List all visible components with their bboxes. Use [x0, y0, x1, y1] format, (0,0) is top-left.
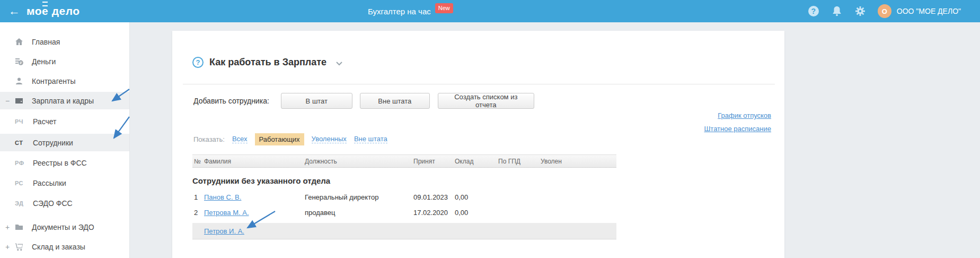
- sidebar-subitem-employees[interactable]: СТ Сотрудники: [0, 134, 129, 151]
- col-fired: Уволен: [541, 158, 616, 165]
- subitem-prefix: ЭД: [15, 200, 33, 207]
- money-icon: ₽: [15, 57, 23, 66]
- content-panel: ? Как работать в Зарплате Добавить сотру…: [172, 31, 784, 258]
- sidebar-item-money[interactable]: ₽ Деньги: [0, 51, 129, 71]
- sidebar-subitem-label: СЭДО ФСС: [33, 199, 73, 208]
- employees-table: № Фамилия Должность Принят Оклад По ГПД …: [192, 154, 616, 239]
- promo-link[interactable]: Бухгалтер на час New: [368, 0, 453, 22]
- sidebar-item-documents[interactable]: + Документы и ЭДО: [0, 217, 129, 237]
- sidebar-item-label: Контрагенты: [32, 77, 75, 85]
- wallet-icon: [15, 97, 23, 105]
- cell-salary: 0,00: [455, 193, 498, 201]
- sidebar-item-label: Документы и ЭДО: [32, 223, 94, 231]
- add-staff-button[interactable]: В штат: [281, 93, 352, 109]
- gear-icon: [855, 6, 866, 16]
- account-menu[interactable]: O ООО "МОЕ ДЕЛО": [878, 5, 961, 17]
- sidebar-item-label: Склад и заказы: [32, 243, 85, 251]
- chevron-down-icon: [336, 62, 342, 66]
- sidebar-subitem-label: Расчет: [33, 117, 57, 126]
- promo-label: Бухгалтер на час: [368, 7, 431, 16]
- notifications-button[interactable]: [831, 5, 843, 17]
- cell-salary: 0,00: [455, 209, 498, 217]
- new-badge: New: [435, 3, 453, 13]
- create-from-report-button[interactable]: Создать списком из отчета: [438, 93, 534, 109]
- employee-filter-row: Показать: Всех Работающих Уволенных Вне …: [193, 133, 387, 145]
- collapse-indicator[interactable]: −: [5, 97, 15, 105]
- col-hired: Принят: [413, 158, 455, 165]
- contractors-icon: [15, 77, 23, 85]
- sidebar-item-salary[interactable]: − Зарплата и кадры: [0, 92, 129, 109]
- topbar-actions: ?: [808, 0, 961, 22]
- brand-logo[interactable]: мое дело: [27, 0, 80, 22]
- cell-hired: 09.01.2023: [413, 193, 455, 201]
- cell-position: продавец: [305, 209, 413, 217]
- help-title-dropdown[interactable]: ? Как работать в Зарплате: [192, 54, 342, 70]
- cell-position: Генеральный директор: [305, 193, 413, 201]
- sidebar-subitem-sedo-fss[interactable]: ЭД СЭДО ФСС: [0, 193, 129, 213]
- filter-working-selected[interactable]: Работающих: [255, 133, 304, 145]
- sidebar-item-contractors[interactable]: Контрагенты: [0, 71, 129, 91]
- table-row: 1 Панов С. В. Генеральный директор 09.01…: [192, 190, 616, 205]
- cart-icon: [15, 243, 23, 251]
- cell-number: 1: [192, 193, 204, 201]
- subitem-prefix: РС: [15, 180, 33, 186]
- sidebar-nav: Главная ₽ Деньги Контрагенты − Зарплата …: [0, 22, 130, 258]
- employee-link[interactable]: Петров И. А.: [204, 227, 244, 235]
- sidebar-subitem-fss-registers[interactable]: РФ Реестры в ФСС: [0, 153, 129, 173]
- logo-accented-letter: е: [42, 5, 48, 18]
- add-freelance-button[interactable]: Вне штата: [360, 93, 430, 109]
- employee-link[interactable]: Петрова М. А.: [204, 209, 249, 217]
- filter-all[interactable]: Всех: [232, 135, 248, 143]
- add-employee-label: Добавить сотрудника:: [193, 97, 269, 105]
- logo-text-prefix: мо: [27, 5, 42, 18]
- sidebar-subitem-mailings[interactable]: РС Рассылки: [0, 173, 129, 193]
- sidebar-item-warehouse[interactable]: + Склад и заказы: [0, 237, 129, 256]
- expand-indicator[interactable]: +: [5, 243, 15, 251]
- col-gpd: По ГПД: [498, 158, 541, 165]
- app-window: ← мое дело Бухгалтер на час New ?: [0, 0, 980, 258]
- expand-indicator[interactable]: +: [5, 223, 15, 231]
- sidebar-item-label: Деньги: [32, 57, 56, 66]
- sidebar-subitem-label: Рассылки: [33, 179, 66, 187]
- home-icon: [15, 38, 23, 46]
- sidebar-item-home[interactable]: Главная: [0, 32, 129, 51]
- staffing-table-link[interactable]: Штатное расписание: [704, 125, 771, 133]
- table-row-highlighted: Петров И. А.: [192, 223, 616, 239]
- settings-button[interactable]: [854, 5, 866, 17]
- filter-label: Показать:: [193, 135, 225, 143]
- filter-fired[interactable]: Уволенных: [312, 135, 347, 143]
- sidebar-subitem-label: Сотрудники: [33, 139, 73, 147]
- cell-number: 2: [192, 209, 204, 217]
- logo-text-suffix: дело: [52, 5, 80, 18]
- department-group-title: Сотрудники без указанного отдела: [192, 176, 616, 186]
- page-title: Как работать в Зарплате: [209, 57, 326, 68]
- sidebar-subitem-label: Реестры в ФСС: [33, 159, 87, 167]
- section-divider: [183, 84, 775, 84]
- folder-icon: [15, 223, 23, 231]
- add-employee-row: Добавить сотрудника: В штат Вне штата Со…: [193, 93, 534, 109]
- bell-icon: [832, 6, 842, 16]
- company-name: ООО "МОЕ ДЕЛО": [897, 7, 961, 15]
- sidebar-item-label: Зарплата и кадры: [32, 97, 94, 105]
- sidebar-item-label: Главная: [32, 38, 60, 46]
- subitem-prefix: РЧ: [15, 118, 33, 125]
- sidebar-subitem-calc[interactable]: РЧ Расчет: [0, 111, 129, 131]
- vacation-schedule-link[interactable]: График отпусков: [718, 111, 771, 119]
- col-position: Должность: [305, 158, 413, 165]
- filter-freelance[interactable]: Вне штата: [354, 135, 387, 143]
- col-surname: Фамилия: [204, 158, 305, 165]
- table-header-row: № Фамилия Должность Принят Оклад По ГПД …: [192, 154, 616, 168]
- top-bar: ← мое дело Бухгалтер на час New ?: [0, 0, 980, 22]
- help-button[interactable]: ?: [808, 5, 819, 17]
- table-row: 2 Петрова М. А. продавец 17.02.2020 0,00: [192, 205, 616, 220]
- avatar: O: [878, 4, 891, 18]
- help-icon: ?: [808, 6, 819, 16]
- back-arrow-icon[interactable]: ←: [8, 0, 20, 22]
- employee-link[interactable]: Панов С. В.: [204, 193, 241, 201]
- col-salary: Оклад: [455, 158, 498, 165]
- svg-text:₽: ₽: [20, 61, 22, 65]
- subitem-prefix: СТ: [15, 140, 33, 146]
- question-circle-icon: ?: [192, 57, 204, 68]
- subitem-prefix: РФ: [15, 160, 33, 166]
- col-number: №: [192, 158, 204, 165]
